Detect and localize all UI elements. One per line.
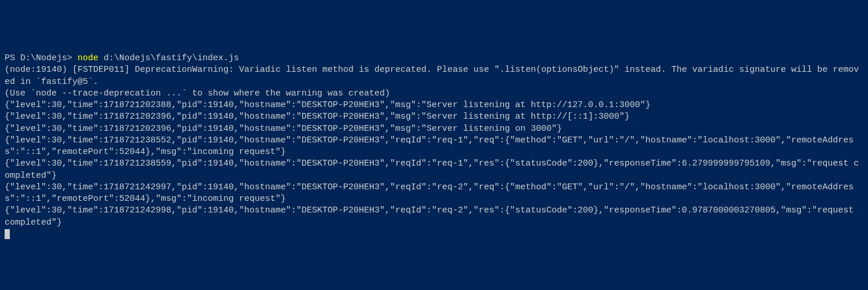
output-log-line: {"level":30,"time":1718721202388,"pid":1… xyxy=(5,100,863,111)
prompt: PS D:\Nodejs> xyxy=(5,53,78,63)
output-log-line: {"level":30,"time":1718721238559,"pid":1… xyxy=(5,158,863,182)
command-args: d:\Nodejs\fastify\index.js xyxy=(98,53,239,63)
command-line[interactable]: PS D:\Nodejs> node d:\Nodejs\fastify\ind… xyxy=(5,53,863,64)
output-log-line: {"level":30,"time":1718721242997,"pid":1… xyxy=(5,182,863,205)
output-log-line: {"level":30,"time":1718721202396,"pid":1… xyxy=(5,123,863,135)
command-name: node xyxy=(78,53,98,63)
output-log-line: {"level":30,"time":1718721242998,"pid":1… xyxy=(5,205,863,229)
output-trace-hint: (Use `node --trace-deprecation ...` to s… xyxy=(5,88,863,100)
output-log-line: {"level":30,"time":1718721202396,"pid":1… xyxy=(5,111,863,123)
output-log-line: {"level":30,"time":1718721238552,"pid":1… xyxy=(5,135,863,159)
cursor xyxy=(5,229,10,239)
output-deprecation-warning: (node:19140) [FSTDEP011] DeprecationWarn… xyxy=(5,64,863,88)
